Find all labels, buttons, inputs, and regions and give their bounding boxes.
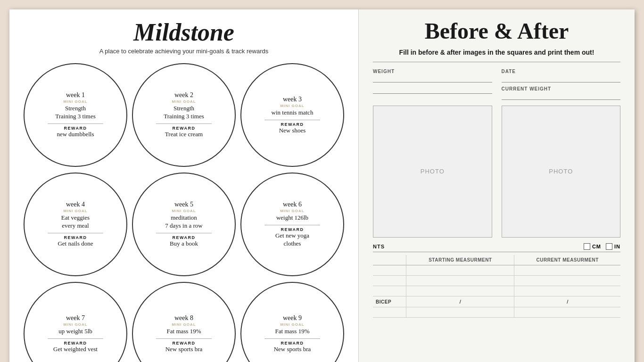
ba-sw-field2	[373, 86, 492, 100]
ba-before-photo: PHOTO	[373, 106, 492, 238]
circle-card-6: week 6MINI GOALweight 126lbREWARDGet new…	[240, 173, 344, 276]
meas-row-current-5[interactable]	[514, 307, 620, 318]
right-page-title: Before & After	[373, 19, 620, 44]
circle-card-1: week 1MINI GOALStrength Training 3 times…	[24, 63, 127, 167]
ba-in-checkbox[interactable]	[606, 243, 612, 250]
circle-divider-5	[156, 233, 212, 233]
meas-row-starting-2[interactable]	[406, 276, 514, 286]
ba-weight-fields: CURRENT WEIGHT	[373, 86, 620, 100]
meas-row-starting-5[interactable]	[406, 307, 514, 318]
ba-top-fields: WEIGHT DATE	[373, 69, 620, 82]
meas-row-label-4: BICEP	[373, 296, 406, 307]
circle-mini-goal-label-4: MINI GOAL	[63, 209, 87, 213]
circle-divider-7	[48, 338, 103, 339]
ba-date-field: DATE	[502, 69, 621, 82]
circle-card-3: week 3MINI GOALwin tennis matchREWARDNew…	[240, 63, 344, 167]
circle-reward-5: Buy a book	[170, 240, 198, 248]
circle-reward-8: New sports bra	[165, 346, 203, 354]
meas-row-starting-3[interactable]	[406, 286, 514, 296]
circle-reward-label-6: REWARD	[281, 227, 304, 232]
circles-grid: week 1MINI GOALStrength Training 3 times…	[24, 63, 344, 362]
circle-goal-1: Strength Training 3 times	[55, 105, 95, 121]
meas-row-current-3[interactable]	[514, 286, 620, 296]
circle-week-8: week 8	[174, 314, 193, 322]
meas-row-4: BICEP//	[373, 296, 620, 307]
circle-goal-9: Fat mass 19%	[275, 328, 310, 336]
ba-date-line[interactable]	[502, 75, 621, 82]
circle-mini-goal-label-3: MINI GOAL	[280, 104, 304, 108]
right-page: Before & After Fill in before & after im…	[358, 9, 635, 362]
ba-starting-weight-line[interactable]	[373, 75, 492, 82]
right-page-subtitle: Fill in before & after images in the squ…	[373, 49, 620, 62]
meas-row-starting-4[interactable]: /	[406, 296, 514, 307]
circle-week-3: week 3	[283, 96, 302, 103]
ba-unit-cm[interactable]: CM	[584, 243, 601, 250]
ba-meas-empty-header	[373, 255, 406, 265]
meas-row-label-1	[373, 265, 406, 276]
circle-reward-1: new dumbbells	[57, 131, 94, 139]
meas-row-label-2	[373, 276, 406, 286]
circle-mini-goal-label-2: MINI GOAL	[172, 100, 196, 104]
meas-row-current-1[interactable]	[514, 265, 620, 276]
ba-date-label: DATE	[502, 69, 621, 74]
ba-sw-line2[interactable]	[373, 86, 492, 94]
circle-divider-2	[156, 123, 212, 124]
left-page: Mildstone A place to celebrate achieving…	[9, 9, 358, 362]
circle-mini-goal-label-5: MINI GOAL	[172, 209, 196, 213]
meas-row-current-2[interactable]	[514, 276, 620, 286]
circle-mini-goal-label-7: MINI GOAL	[63, 323, 87, 327]
circle-divider-9	[264, 338, 320, 339]
left-page-subtitle: A place to celebrate achieving your mini…	[24, 48, 344, 55]
ba-current-weight-label: CURRENT WEIGHT	[502, 86, 621, 91]
meas-row-2	[373, 276, 620, 286]
ba-in-label: IN	[614, 244, 620, 249]
circle-divider-4	[48, 233, 103, 233]
ba-current-weight-field: CURRENT WEIGHT	[502, 86, 621, 100]
ba-photos-row: PHOTO PHOTO	[373, 106, 620, 238]
circle-reward-7: Get weighted vest	[53, 346, 98, 354]
circle-mini-goal-label-9: MINI GOAL	[280, 323, 304, 327]
circle-card-4: week 4MINI GOALEat veggies every mealREW…	[24, 173, 127, 276]
circle-goal-5: meditation 7 days in a row	[165, 214, 202, 230]
left-page-title: Mildstone	[24, 19, 344, 46]
circle-mini-goal-label-8: MINI GOAL	[172, 323, 196, 327]
ba-starting-weight-field: WEIGHT	[373, 69, 492, 82]
ba-before-photo-label: PHOTO	[421, 168, 445, 175]
circle-reward-label-9: REWARD	[281, 341, 304, 346]
ba-starting-weight-label: WEIGHT	[373, 69, 492, 74]
ba-meas-starting-header: STARTING MEASURMENT	[406, 255, 514, 265]
circle-goal-4: Eat veggies every meal	[61, 214, 90, 230]
circle-goal-7: up weight 5lb	[58, 328, 92, 336]
circle-week-9: week 9	[283, 314, 302, 322]
ba-current-weight-line[interactable]	[502, 92, 621, 100]
circle-week-7: week 7	[66, 314, 85, 322]
circle-card-7: week 7MINI GOALup weight 5lbREWARDGet we…	[24, 282, 127, 362]
circle-reward-label-1: REWARD	[64, 126, 87, 131]
meas-row-label-5	[373, 307, 406, 318]
circle-mini-goal-label-6: MINI GOAL	[280, 209, 304, 213]
ba-unit-checkboxes: CM IN	[584, 243, 620, 250]
meas-row-label-3	[373, 286, 406, 296]
ba-cm-checkbox[interactable]	[584, 243, 590, 250]
ba-meas-current-header: CURRENT MEASURMENT	[514, 255, 620, 265]
circle-goal-2: Strength Training 3 times	[164, 105, 204, 121]
circle-week-1: week 1	[66, 91, 85, 99]
meas-row-starting-1[interactable]	[406, 265, 514, 276]
circle-divider-1	[48, 123, 103, 124]
ba-after-photo: PHOTO	[502, 106, 621, 238]
circle-reward-4: Get nails done	[58, 240, 93, 248]
circle-week-6: week 6	[283, 201, 302, 208]
circle-mini-goal-label-1: MINI GOAL	[63, 100, 87, 104]
ba-meas-table: STARTING MEASURMENT CURRENT MEASURMENT B…	[373, 255, 620, 318]
meas-row-current-4[interactable]: /	[514, 296, 620, 307]
circle-reward-9: New sports bra	[274, 346, 311, 354]
circle-reward-label-8: REWARD	[173, 341, 196, 346]
circle-goal-3: win tennis match	[272, 109, 314, 117]
circle-reward-label-7: REWARD	[64, 341, 87, 346]
ba-unit-in[interactable]: IN	[606, 243, 620, 250]
circle-divider-8	[156, 338, 212, 339]
circle-week-4: week 4	[66, 201, 85, 208]
circle-card-2: week 2MINI GOALStrength Training 3 times…	[132, 63, 236, 167]
circle-reward-label-3: REWARD	[281, 122, 304, 127]
ba-after-photo-label: PHOTO	[549, 168, 573, 175]
